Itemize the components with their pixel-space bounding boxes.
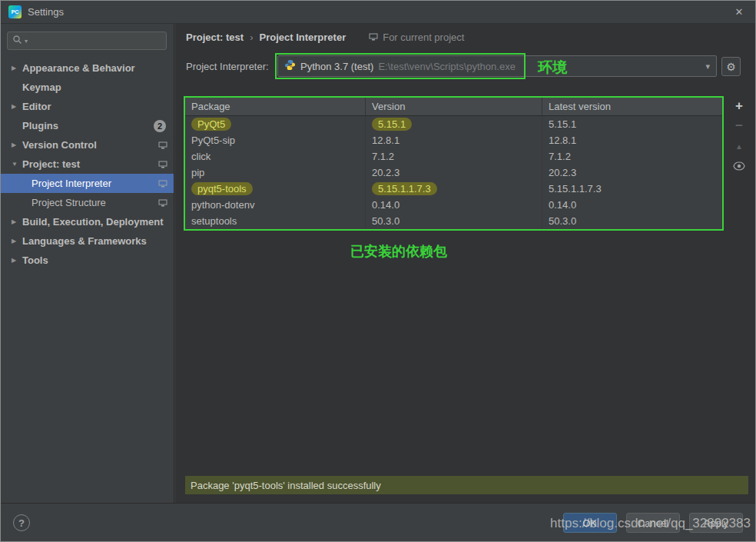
help-button[interactable]: ?: [13, 514, 30, 531]
search-icon: [12, 35, 22, 47]
package-table-body: PyQt55.15.15.15.1PyQt5-sip12.8.112.8.1cl…: [185, 116, 722, 229]
monitor-icon: [158, 161, 167, 168]
package-cell-package: pip: [185, 165, 366, 181]
package-row-setuptools[interactable]: setuptools50.3.050.3.0: [185, 213, 722, 229]
highlight-ellipse: pyqt5-tools: [191, 182, 253, 195]
add-package-icon[interactable]: +: [732, 99, 746, 113]
settings-sidebar: ▾ ▶Appearance & BehaviorKeymap▶EditorPlu…: [1, 24, 174, 503]
chevron-right-icon[interactable]: ▶: [12, 218, 22, 225]
chevron-down-icon[interactable]: ▾: [705, 62, 710, 71]
gear-icon[interactable]: ⚙: [721, 57, 741, 76]
dialog-footer: ? OK Cancel Apply https://blog.csdn.net/…: [1, 503, 755, 541]
package-cell-package: PyQt5-sip: [185, 132, 366, 148]
window-title: Settings: [28, 6, 64, 18]
ok-button[interactable]: OK: [563, 513, 617, 533]
package-cell-version: 50.3.0: [366, 213, 542, 229]
package-cell-version: 5.15.1.1.7.3: [366, 181, 542, 197]
highlight-ellipse: PyQt5: [191, 118, 231, 131]
sidebar-item-label: Editor: [22, 101, 51, 112]
remove-package-icon[interactable]: −: [732, 119, 746, 133]
monitor-icon: [158, 141, 167, 149]
package-cell-latest: 50.3.0: [542, 213, 722, 229]
package-cell-package: pyqt5-tools: [185, 181, 366, 197]
sidebar-item-label: Build, Execution, Deployment: [22, 216, 163, 228]
pycharm-logo-icon: PC: [8, 5, 22, 18]
for-current-project-text: For current project: [383, 32, 464, 43]
package-cell-version: 20.2.3: [366, 165, 542, 181]
interpreter-name: Python 3.7 (test): [300, 61, 373, 72]
close-icon[interactable]: ✕: [732, 5, 746, 19]
package-cell-latest: 5.15.1.1.7.3: [542, 181, 722, 197]
highlight-ellipse: 5.15.1.1.7.3: [372, 182, 437, 195]
annotation-installed-packages: 已安装的依赖包: [350, 242, 447, 261]
sidebar-item-appearance-behavior[interactable]: ▶Appearance & Behavior: [1, 58, 174, 78]
search-input[interactable]: ▾: [7, 32, 167, 50]
column-header-latest[interactable]: Latest version: [542, 98, 722, 115]
python-icon: [284, 59, 296, 73]
sidebar-item-project-structure[interactable]: Project Structure: [1, 193, 174, 212]
interpreter-select[interactable]: Python 3.7 (test) E:\test\venv\Scripts\p…: [277, 55, 717, 77]
chevron-right-icon[interactable]: ▶: [12, 65, 22, 71]
package-row-click[interactable]: click7.1.27.1.2: [185, 148, 722, 165]
package-row-pyqt5-sip[interactable]: PyQt5-sip12.8.112.8.1: [185, 132, 722, 148]
for-current-project-label: For current project: [369, 32, 464, 43]
package-cell-latest: 7.1.2: [542, 148, 722, 165]
package-cell-package: python-dotenv: [185, 197, 366, 213]
package-cell-package: click: [185, 148, 366, 165]
sidebar-item-label: Tools: [22, 254, 48, 266]
settings-window: PC Settings ✕ ▾ ▶Appearance & BehaviorKe…: [0, 0, 756, 542]
sidebar-item-tools[interactable]: ▶Tools: [1, 251, 174, 270]
status-message: Package 'pyqt5-tools' installed successf…: [191, 480, 381, 491]
chevron-down-icon[interactable]: ▼: [12, 161, 22, 168]
sidebar-item-build-execution-deployment[interactable]: ▶Build, Execution, Deployment: [1, 212, 174, 231]
package-cell-package: PyQt5: [185, 116, 366, 132]
package-table: Package Version Latest version PyQt55.15…: [184, 96, 724, 231]
sidebar-item-project-interpreter[interactable]: Project Interpreter: [1, 174, 174, 193]
sidebar-item-version-control[interactable]: ▶Version Control: [1, 135, 174, 155]
cancel-button[interactable]: Cancel: [626, 513, 680, 533]
apply-button[interactable]: Apply: [689, 513, 743, 533]
package-cell-latest: 0.14.0: [542, 197, 722, 213]
breadcrumb: Project: test › Project Interpreter For …: [186, 28, 464, 45]
upgrade-package-icon[interactable]: ▲: [732, 139, 746, 153]
breadcrumb-project[interactable]: Project: test: [186, 32, 244, 43]
package-row-pyqt5-tools[interactable]: pyqt5-tools5.15.1.1.7.35.15.1.1.7.3: [185, 181, 722, 197]
sidebar-item-plugins[interactable]: Plugins2: [1, 116, 174, 135]
status-bar: Package 'pyqt5-tools' installed successf…: [185, 476, 748, 494]
sidebar-item-label: Plugins: [22, 120, 58, 131]
sidebar-item-label: Appearance & Behavior: [22, 62, 135, 74]
package-cell-version: 5.15.1: [366, 116, 542, 132]
sidebar-item-languages-frameworks[interactable]: ▶Languages & Frameworks: [1, 231, 174, 251]
package-cell-version: 12.8.1: [366, 132, 542, 148]
sidebar-item-editor[interactable]: ▶Editor: [1, 97, 174, 116]
chevron-right-icon[interactable]: ▶: [12, 141, 22, 148]
package-cell-version: 7.1.2: [366, 148, 542, 165]
interpreter-path: E:\test\venv\Scripts\python.exe: [378, 61, 515, 72]
sidebar-item-label: Version Control: [22, 139, 97, 151]
chevron-right-icon[interactable]: ▶: [12, 238, 22, 244]
search-history-caret-icon[interactable]: ▾: [25, 38, 28, 45]
sidebar-item-project-test[interactable]: ▼Project: test: [1, 155, 174, 174]
monitor-icon: [369, 32, 378, 43]
breadcrumb-page: Project Interpreter: [259, 32, 346, 43]
chevron-right-icon[interactable]: ▶: [12, 103, 22, 110]
plugins-count-badge: 2: [154, 120, 166, 132]
package-table-header: Package Version Latest version: [185, 98, 722, 116]
sidebar-item-keymap[interactable]: Keymap: [1, 78, 174, 97]
chevron-right-icon[interactable]: ▶: [12, 257, 22, 264]
sidebar-item-label: Project: test: [22, 158, 80, 170]
interpreter-label: Project Interpreter:: [186, 61, 269, 72]
highlight-ellipse: 5.15.1: [372, 118, 412, 131]
sidebar-item-label: Keymap: [22, 81, 61, 93]
monitor-icon: [158, 199, 167, 207]
annotation-environment: 环境: [538, 58, 567, 78]
package-row-pyqt5[interactable]: PyQt55.15.15.15.1: [185, 116, 722, 132]
package-row-python-dotenv[interactable]: python-dotenv0.14.00.14.0: [185, 197, 722, 213]
eye-icon[interactable]: [732, 159, 746, 173]
main-panel: Project: test › Project Interpreter For …: [175, 24, 755, 503]
package-row-pip[interactable]: pip20.2.320.2.3: [185, 165, 722, 181]
sidebar-item-label: Project Interpreter: [32, 178, 111, 189]
sidebar-item-label: Languages & Frameworks: [22, 235, 147, 247]
column-header-package[interactable]: Package: [185, 98, 366, 115]
column-header-version[interactable]: Version: [366, 98, 542, 115]
